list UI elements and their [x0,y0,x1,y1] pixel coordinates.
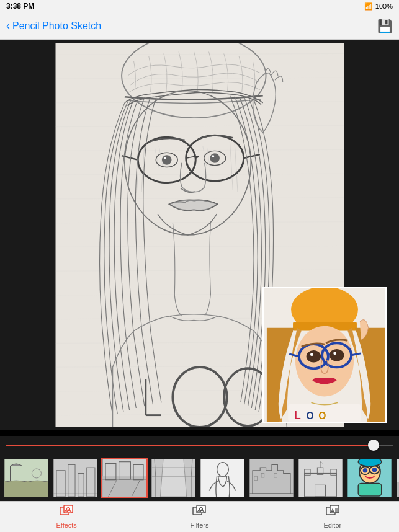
svg-point-95 [358,459,382,466]
filter-thumb-8 [347,459,392,497]
filter-item-3[interactable] [101,458,148,498]
filter-item-8[interactable] [346,458,393,498]
status-icons: 📶 100% [364,2,393,11]
slider-fill [6,445,374,446]
filter-thumb-1 [4,459,48,497]
svg-point-51 [310,353,313,357]
battery-icon: 100% [375,2,393,10]
editor-icon [326,505,339,520]
svg-point-49 [307,350,321,363]
wifi-icon: 📶 [364,2,373,11]
status-time: 3:38 PM [6,2,34,11]
back-button[interactable]: ‹ Pencil Photo Sketch [6,19,101,32]
filter-thumb-5 [200,459,244,497]
svg-rect-98 [397,482,399,497]
slider-thumb[interactable] [368,440,379,451]
filters-tab-label: Filters [191,521,209,529]
sketch-container: L O O [0,40,399,430]
svg-point-52 [333,352,336,355]
nav-bar: ‹ Pencil Photo Sketch 💾 [0,12,399,40]
tab-effects[interactable]: Effects [0,505,133,529]
slider-area [0,436,399,454]
svg-point-33 [163,157,166,159]
filter-item-4[interactable] [150,458,197,498]
filter-item-2[interactable] [52,458,99,498]
filter-item-1[interactable] [3,458,50,498]
svg-text:O: O [318,410,326,421]
effects-tab-label: Effects [56,521,76,529]
filter-thumb-9 [397,459,399,497]
svg-text:L: L [294,409,301,422]
tab-editor[interactable]: Editor [266,505,399,529]
thumb-svg: L O O [264,288,385,422]
svg-rect-58 [4,481,48,497]
filter-thumb-7 [298,459,343,497]
slider-track[interactable] [6,445,393,446]
status-bar: 3:38 PM 📶 100% [0,0,399,12]
editor-tab-label: Editor [323,521,341,529]
filter-thumb-4 [151,459,195,497]
thumb-inner: L O O [264,288,385,422]
svg-point-36 [212,155,214,157]
svg-rect-76 [200,459,244,497]
tab-filters[interactable]: Filters [133,505,266,529]
filter-thumb-6 [249,459,294,497]
svg-point-94 [372,468,377,472]
filter-strip[interactable] [0,454,399,501]
main-canvas: L O O [0,40,399,430]
original-photo-thumbnail: L O O [262,287,387,423]
svg-point-93 [363,468,368,473]
filter-item-9[interactable] [395,458,399,498]
filter-thumb-3 [102,459,146,497]
nav-title: Pencil Photo Sketch [12,20,101,32]
filter-thumb-2 [53,459,97,497]
effects-icon [60,505,73,520]
tab-bar: Effects Filters Editor [0,501,399,532]
chevron-left-icon: ‹ [6,19,10,32]
save-button[interactable]: 💾 [377,19,393,33]
filter-item-6[interactable] [248,458,295,498]
svg-rect-96 [358,483,382,496]
svg-point-35 [210,153,220,163]
svg-text:O: O [307,410,314,421]
filter-item-5[interactable] [199,458,246,498]
filter-item-7[interactable] [297,458,344,498]
svg-point-50 [330,349,344,361]
filters-icon [192,505,206,520]
svg-point-32 [161,155,171,165]
